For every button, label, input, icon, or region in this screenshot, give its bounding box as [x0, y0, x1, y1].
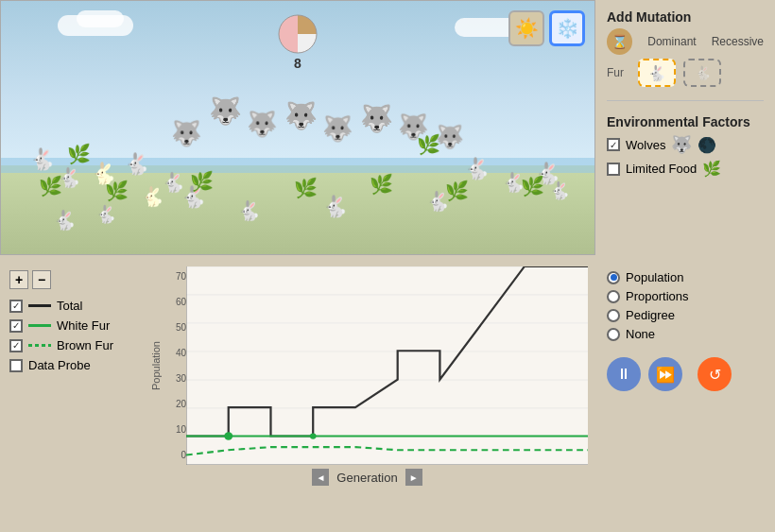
- data-probe-checkbox[interactable]: [9, 359, 23, 372]
- wolf-7: 🐺: [171, 119, 201, 148]
- mutation-headers: Dominant Recessive: [644, 35, 764, 48]
- right-panel-top: Add Mutation ⌛ Dominant Recessive Fur 🐇: [595, 0, 775, 255]
- none-radio-label: None: [626, 327, 655, 341]
- fast-forward-icon: ⏩: [656, 366, 675, 384]
- generation-nav: ◄ Generation ►: [146, 469, 588, 486]
- brown-fur-checkbox[interactable]: ✓: [9, 339, 23, 352]
- y-tick-50: 50: [165, 322, 186, 333]
- y-tick-70: 70: [165, 271, 186, 282]
- legend-total: ✓ Total: [9, 299, 137, 313]
- wolf-4: 🐺: [322, 114, 353, 144]
- wolf-icon: 🐺: [671, 134, 692, 155]
- none-radio[interactable]: [607, 328, 620, 341]
- summer-button[interactable]: ☀️: [508, 10, 544, 46]
- y-tick-60: 60: [165, 297, 186, 307]
- bush-5: 🌿: [370, 173, 393, 196]
- graph-panel: Population 70 60 50 40 30 20 10 0: [146, 263, 595, 532]
- bush-9: 🌿: [417, 133, 440, 156]
- none-radio-row: None: [607, 327, 764, 341]
- proportions-radio-row: Proportions: [607, 289, 764, 303]
- rabbit-white-3: 🐇: [124, 152, 149, 177]
- wolf-3: 🐺: [284, 100, 318, 131]
- pedigree-radio[interactable]: [607, 309, 620, 322]
- total-line-icon: [28, 304, 51, 307]
- rabbit-white-14: 🐇: [53, 209, 77, 232]
- bush-3: 🌿: [190, 170, 214, 193]
- y-axis-ticks: 70 60 50 40 30 20 10 0: [165, 266, 186, 465]
- y-tick-20: 20: [165, 399, 186, 409]
- brown-fur-line-icon: [28, 344, 51, 347]
- bush-6: 🌿: [445, 180, 469, 202]
- mutation-col-labels: Dominant Recessive: [644, 35, 764, 48]
- limited-food-label: Limited Food: [626, 162, 697, 176]
- bush-8: 🌿: [67, 143, 91, 165]
- wolves-row: ✓ Wolves 🐺 🌑: [607, 134, 764, 155]
- brown-fur-label: Brown Fur: [57, 338, 113, 352]
- main-container: 8 🐺 🐺 🐺 🐺 🐺 🐺 🐺 🐺 🐇 🐇 🐇 🐇 🐇 🐇 🐇: [0, 0, 775, 532]
- legend-white-fur: ✓ White Fur: [9, 318, 137, 333]
- wolves-label: Wolves: [626, 138, 665, 152]
- marker-2: [310, 433, 317, 438]
- zoom-out-button[interactable]: −: [32, 270, 51, 289]
- rabbit-white-13: 🐇: [95, 204, 116, 225]
- animals-overlay: 🐺 🐺 🐺 🐺 🐺 🐺 🐺 🐺 🐇 🐇 🐇 🐇 🐇 🐇 🐇 🐇 🐇 🐇: [1, 1, 594, 254]
- y-tick-0: 0: [165, 450, 186, 460]
- legend-brown-fur: ✓ Brown Fur: [9, 338, 137, 352]
- rabbit-white-5: 🐇: [464, 157, 490, 181]
- season-buttons: ☀️ ❄️: [508, 10, 585, 46]
- fur-recessive-button[interactable]: 🐇: [683, 59, 721, 87]
- sun-icon: ☀️: [515, 17, 539, 40]
- snowflake-icon: ❄️: [556, 17, 579, 40]
- rabbit-white-8: 🐇: [549, 180, 570, 201]
- hourglass-icon: ⌛: [607, 28, 632, 55]
- rabbit-white-11: 🐇: [237, 199, 261, 222]
- pedigree-radio-label: Pedigree: [626, 308, 675, 322]
- population-radio-row: Population: [607, 270, 764, 284]
- bush-2: 🌿: [105, 180, 129, 202]
- brown-fur-dominant-icon: 🐇: [647, 64, 666, 82]
- total-checkbox[interactable]: ✓: [9, 300, 23, 313]
- legend-panel: + − ✓ Total ✓ White Fur ✓ Brown Fur: [0, 263, 146, 532]
- prev-generation-button[interactable]: ◄: [312, 469, 329, 486]
- graph-svg: 4 5 6 7 8: [186, 266, 588, 465]
- wolves-checkbox[interactable]: ✓: [607, 138, 620, 151]
- limited-food-checkbox[interactable]: [607, 163, 620, 176]
- wolf-2: 🐺: [247, 110, 277, 139]
- graph-wrapper: Population 70 60 50 40 30 20 10 0: [146, 266, 588, 465]
- environmental-factors-section: Environmental Factors ✓ Wolves 🐺 🌑 Limit…: [607, 114, 764, 178]
- zoom-controls: + −: [9, 270, 137, 289]
- marker-1: [224, 432, 232, 439]
- y-axis-label: Population: [150, 341, 162, 390]
- population-radio-label: Population: [626, 270, 683, 284]
- pedigree-radio-row: Pedigree: [607, 308, 764, 322]
- reset-button[interactable]: ↺: [698, 357, 732, 391]
- y-tick-30: 30: [165, 373, 186, 384]
- simulation-area: 8 🐺 🐺 🐺 🐺 🐺 🐺 🐺 🐺 🐇 🐇 🐇 🐇 🐇 🐇 🐇: [0, 0, 595, 255]
- graph-svg-container: 4 5 6 7 8: [186, 266, 588, 465]
- zoom-in-button[interactable]: +: [9, 270, 28, 289]
- fur-mutation-row: Fur 🐇 🐇: [607, 59, 764, 87]
- right-panel-bottom: Population Proportions Pedigree None ⏸: [595, 263, 775, 532]
- winter-button[interactable]: ❄️: [549, 10, 585, 46]
- add-mutation-section: Add Mutation ⌛ Dominant Recessive Fur 🐇: [607, 9, 764, 87]
- pause-button[interactable]: ⏸: [607, 357, 641, 391]
- food-icon: 🌿: [702, 160, 721, 178]
- brown-fur-recessive-icon: 🐇: [695, 65, 711, 80]
- y-axis-label-container: Population: [146, 266, 165, 465]
- bush-7: 🌿: [521, 175, 544, 197]
- wolf-indicator-icon: 🌑: [698, 136, 716, 154]
- limited-food-row: Limited Food 🌿: [607, 160, 764, 178]
- next-generation-button[interactable]: ►: [405, 469, 422, 486]
- rabbit-white-1: 🐇: [29, 147, 55, 172]
- rabbit-brown-2: 🐇: [141, 185, 164, 208]
- legend-data-probe: Data Probe: [9, 358, 137, 372]
- reset-icon: ↺: [709, 366, 721, 384]
- fast-forward-button[interactable]: ⏩: [648, 357, 682, 391]
- bush-4: 🌿: [294, 177, 318, 199]
- total-label: Total: [57, 299, 82, 313]
- fur-dominant-button[interactable]: 🐇: [638, 59, 676, 87]
- white-fur-checkbox[interactable]: ✓: [9, 319, 23, 333]
- population-radio[interactable]: [607, 271, 620, 284]
- pause-icon: ⏸: [616, 366, 631, 383]
- proportions-radio[interactable]: [607, 290, 620, 303]
